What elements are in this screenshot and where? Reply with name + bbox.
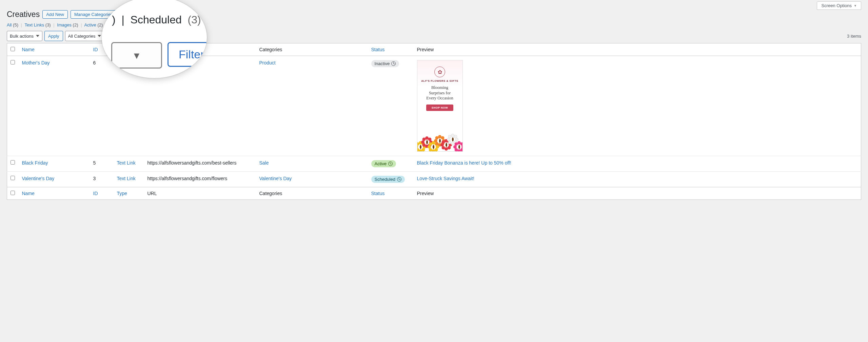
row-checkbox[interactable] xyxy=(11,60,15,64)
status-badge: Inactive xyxy=(371,60,399,67)
col-preview-foot: Preview xyxy=(414,187,861,200)
row-type[interactable]: Text Link xyxy=(117,160,136,166)
row-url: https://alfsflowersandgifts.com/flowers xyxy=(144,172,256,187)
table-row: Valentine's Day 3 Text Link https://alfs… xyxy=(7,172,861,187)
clock-icon xyxy=(391,61,396,66)
filter-all[interactable]: All xyxy=(7,22,12,27)
col-id-foot[interactable]: ID xyxy=(93,191,98,196)
ad-preview: ALF'S FLOWERS & GIFTS BloomingSurprises … xyxy=(417,60,463,152)
row-name[interactable]: Valentine's Day xyxy=(22,176,55,181)
col-url-foot: URL xyxy=(144,187,256,200)
ad-headline: BloomingSurprises forEvery Occasion xyxy=(419,85,460,101)
col-type[interactable]: Type xyxy=(117,47,127,52)
row-id: 5 xyxy=(90,156,114,172)
status-badge: Active xyxy=(371,160,396,167)
row-id: 3 xyxy=(90,172,114,187)
ad-flowers-illustration xyxy=(417,118,462,151)
row-url: om/combos xyxy=(144,56,256,156)
col-categories: Categories xyxy=(256,43,368,56)
row-type[interactable]: Text Link xyxy=(117,176,136,181)
row-category[interactable]: Sale xyxy=(259,160,269,166)
clock-icon xyxy=(388,162,393,166)
col-preview: Preview xyxy=(414,43,861,56)
clock-icon xyxy=(397,177,401,182)
col-categories-foot: Categories xyxy=(256,187,368,200)
items-count: 3 items xyxy=(847,34,861,39)
manage-categories-button[interactable]: Manage Categories xyxy=(71,10,116,19)
ad-logo-icon xyxy=(434,66,445,77)
preview-text-link[interactable]: Love-Struck Savings Await! xyxy=(417,176,474,181)
ad-brand: ALF'S FLOWERS & GIFTS xyxy=(419,79,460,82)
col-status-foot[interactable]: Status xyxy=(371,191,385,196)
filter-all-count: (5) xyxy=(13,22,18,27)
apply-button[interactable]: Apply xyxy=(44,31,63,41)
row-checkbox[interactable] xyxy=(11,176,15,180)
screen-options-button[interactable]: Screen Options xyxy=(817,1,861,10)
col-name-foot[interactable]: Name xyxy=(22,191,35,196)
row-category[interactable]: Valentine's Day xyxy=(259,176,292,181)
categories-filter-select[interactable]: All Categories xyxy=(65,31,104,41)
filter-text-links-count: (3) xyxy=(45,22,51,27)
select-all-checkbox-foot[interactable] xyxy=(11,191,15,195)
ad-cta-button: SHOP NOW xyxy=(426,104,453,111)
row-url: https://alfsflowersandgifts.com/best-sel… xyxy=(144,156,256,172)
bulk-actions-select[interactable]: Bulk actions xyxy=(7,31,42,41)
filter-active[interactable]: Active xyxy=(84,22,96,27)
row-id: 6 xyxy=(90,56,114,156)
table-row: Mother's Day 6 om/combos Product Inactiv… xyxy=(7,56,861,156)
row-category[interactable]: Product xyxy=(259,60,276,65)
filter-text-links[interactable]: Text Links xyxy=(24,22,44,27)
select-all-checkbox[interactable] xyxy=(11,47,15,51)
page-title: Creatives xyxy=(7,10,40,19)
col-status[interactable]: Status xyxy=(371,47,385,52)
col-type-foot[interactable]: Type xyxy=(117,191,127,196)
preview-text-link[interactable]: Black Friday Bonanza is here! Up to 50% … xyxy=(417,160,511,166)
status-badge: Scheduled xyxy=(371,176,405,183)
col-name[interactable]: Name xyxy=(22,47,35,52)
row-name[interactable]: Black Friday xyxy=(22,160,48,166)
filter-images[interactable]: Images xyxy=(57,22,72,27)
filter-images-count: (2) xyxy=(73,22,78,27)
col-url: URL xyxy=(144,43,256,56)
row-name[interactable]: Mother's Day xyxy=(22,60,50,65)
creatives-table: Name ID Type URL Categories Status Previ… xyxy=(7,43,861,200)
row-checkbox[interactable] xyxy=(11,160,15,165)
add-new-button[interactable]: Add New xyxy=(42,10,68,19)
col-id[interactable]: ID xyxy=(93,47,98,52)
table-row: Black Friday 5 Text Link https://alfsflo… xyxy=(7,156,861,172)
filter-active-count: (2) xyxy=(97,22,103,27)
subsubsub-filter: All (5) | Text Links (3) | Images (2) | … xyxy=(7,22,861,27)
